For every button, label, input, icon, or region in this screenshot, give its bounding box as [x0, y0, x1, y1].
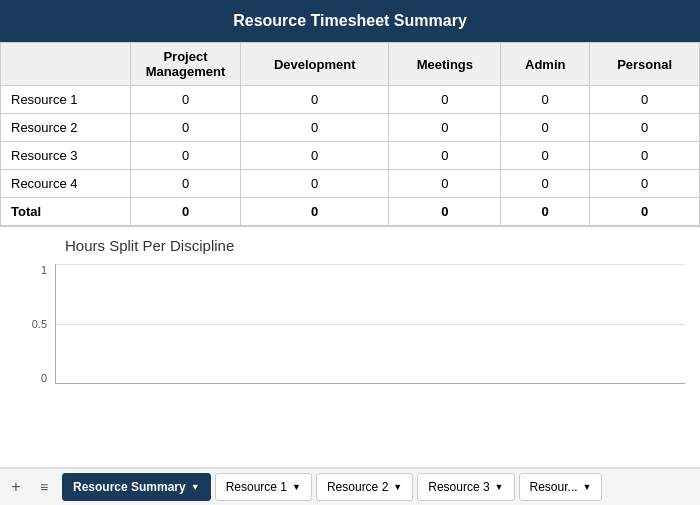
col-header-project-management: ProjectManagement — [131, 43, 241, 86]
chart-area: Hours Split Per Discipline 1 0.5 0 — [0, 227, 700, 467]
page-title: Resource Timesheet Summary — [233, 12, 467, 29]
cell-meetings: 0 — [389, 170, 501, 198]
cell-personal: 0 — [590, 86, 700, 114]
col-header-admin: Admin — [501, 43, 590, 86]
y-axis: 1 0.5 0 — [15, 264, 55, 384]
table-row: Recource 4 0 0 0 0 0 — [1, 170, 700, 198]
tab-dropdown-arrow[interactable]: ▼ — [583, 482, 592, 492]
table-row: Resource 2 0 0 0 0 0 — [1, 114, 700, 142]
cell-pm: 0 — [131, 114, 241, 142]
chart-plot — [55, 264, 685, 384]
cell-dev: 0 — [241, 86, 389, 114]
table-header-row: ProjectManagement Development Meetings A… — [1, 43, 700, 86]
cell-resource: Resource 2 — [1, 114, 131, 142]
cell-meetings: 0 — [389, 86, 501, 114]
cell-admin: 0 — [501, 142, 590, 170]
cell-total-dev: 0 — [241, 198, 389, 226]
tab-label: Resour... — [530, 480, 578, 494]
cell-total-meetings: 0 — [389, 198, 501, 226]
tab-resource-2[interactable]: Resource 2▼ — [316, 473, 413, 501]
summary-table: ProjectManagement Development Meetings A… — [0, 42, 700, 226]
tab-resource-summary[interactable]: Resource Summary▼ — [62, 473, 211, 501]
grid-line-top — [56, 264, 685, 265]
tab-label: Resource 1 — [226, 480, 287, 494]
cell-resource: Resource 1 — [1, 86, 131, 114]
bottom-tabs-bar: + ≡ Resource Summary▼Resource 1▼Resource… — [0, 467, 700, 505]
chart-inner: 1 0.5 0 — [15, 264, 685, 384]
grid-line-mid — [56, 324, 685, 325]
tab-resour[interactable]: Resour...▼ — [519, 473, 603, 501]
cell-total-label: Total — [1, 198, 131, 226]
tab-dropdown-arrow[interactable]: ▼ — [495, 482, 504, 492]
cell-admin: 0 — [501, 170, 590, 198]
col-header-personal: Personal — [590, 43, 700, 86]
tab-resource-1[interactable]: Resource 1▼ — [215, 473, 312, 501]
col-header-development: Development — [241, 43, 389, 86]
cell-pm: 0 — [131, 170, 241, 198]
tab-dropdown-arrow[interactable]: ▼ — [191, 482, 200, 492]
cell-admin: 0 — [501, 114, 590, 142]
cell-pm: 0 — [131, 142, 241, 170]
tab-label: Resource Summary — [73, 480, 186, 494]
cell-resource: Recource 4 — [1, 170, 131, 198]
cell-meetings: 0 — [389, 142, 501, 170]
cell-pm: 0 — [131, 86, 241, 114]
col-header-resource — [1, 43, 131, 86]
cell-total-personal: 0 — [590, 198, 700, 226]
cell-meetings: 0 — [389, 114, 501, 142]
tabs-menu-button[interactable]: ≡ — [32, 475, 56, 499]
y-label-1: 1 — [41, 264, 47, 276]
summary-table-container: ProjectManagement Development Meetings A… — [0, 42, 700, 227]
cell-personal: 0 — [590, 114, 700, 142]
y-label-0-5: 0.5 — [32, 318, 47, 330]
table-row: Resource 1 0 0 0 0 0 — [1, 86, 700, 114]
table-row: Resource 3 0 0 0 0 0 — [1, 142, 700, 170]
cell-total-admin: 0 — [501, 198, 590, 226]
cell-personal: 0 — [590, 170, 700, 198]
cell-resource: Resource 3 — [1, 142, 131, 170]
page-header: Resource Timesheet Summary — [0, 0, 700, 42]
add-tab-button[interactable]: + — [4, 475, 28, 499]
cell-total-pm: 0 — [131, 198, 241, 226]
tab-label: Resource 3 — [428, 480, 489, 494]
col-header-meetings: Meetings — [389, 43, 501, 86]
cell-dev: 0 — [241, 114, 389, 142]
cell-personal: 0 — [590, 142, 700, 170]
cell-admin: 0 — [501, 86, 590, 114]
tab-label: Resource 2 — [327, 480, 388, 494]
tabs-container: Resource Summary▼Resource 1▼Resource 2▼R… — [62, 473, 606, 501]
cell-dev: 0 — [241, 142, 389, 170]
y-label-0: 0 — [41, 372, 47, 384]
tab-dropdown-arrow[interactable]: ▼ — [393, 482, 402, 492]
tab-dropdown-arrow[interactable]: ▼ — [292, 482, 301, 492]
chart-title: Hours Split Per Discipline — [65, 237, 685, 254]
cell-dev: 0 — [241, 170, 389, 198]
table-total-row: Total 0 0 0 0 0 — [1, 198, 700, 226]
tab-resource-3[interactable]: Resource 3▼ — [417, 473, 514, 501]
